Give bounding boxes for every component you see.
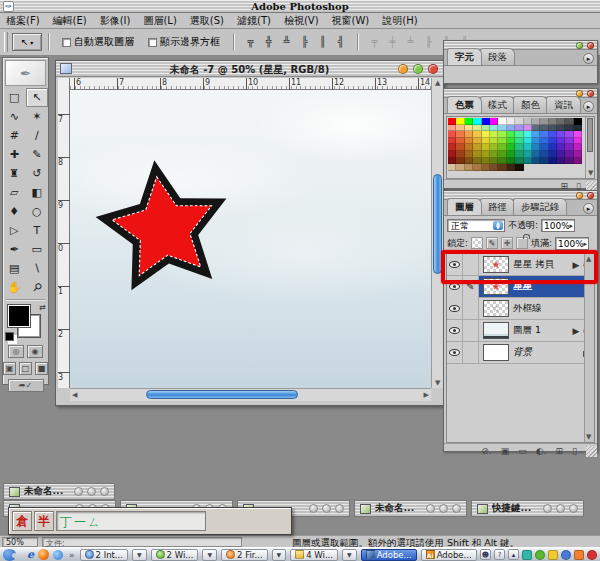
- layer-mask-icon[interactable]: ▣: [501, 446, 510, 456]
- color-swatch[interactable]: [565, 151, 573, 158]
- tab-paragraph[interactable]: 段落: [480, 48, 515, 65]
- panel-menu-icon[interactable]: ▸: [583, 53, 594, 64]
- fill-field[interactable]: 100%▸: [555, 237, 589, 250]
- taskbar-button-ps[interactable]: Adobe...: [361, 549, 417, 561]
- color-swatch[interactable]: [565, 138, 573, 145]
- default-colors-icon[interactable]: [5, 332, 14, 341]
- color-swatch[interactable]: [490, 158, 498, 165]
- color-swatch[interactable]: [507, 158, 515, 165]
- link-cell[interactable]: [463, 320, 479, 342]
- type-tool[interactable]: T: [26, 221, 49, 240]
- color-swatch[interactable]: [565, 144, 573, 151]
- align-icon-0[interactable]: ╦: [244, 35, 257, 49]
- color-swatch[interactable]: [456, 151, 464, 158]
- color-swatch[interactable]: [448, 131, 456, 138]
- resize-grip[interactable]: [586, 446, 597, 457]
- window-button[interactable]: [556, 504, 565, 513]
- taskbar-button-ai[interactable]: AiAdobe...: [421, 549, 477, 561]
- color-swatch[interactable]: [456, 158, 464, 165]
- color-swatch[interactable]: [482, 118, 490, 125]
- document-titlebar[interactable]: 未命名 -7 @ 50% (星星, RGB/8): [56, 61, 443, 77]
- color-swatch[interactable]: [515, 158, 523, 165]
- tray-icon-5[interactable]: [587, 550, 597, 560]
- layer-group-icon[interactable]: ▭: [518, 446, 527, 456]
- color-swatch[interactable]: [540, 131, 548, 138]
- color-swatch[interactable]: [456, 131, 464, 138]
- brush-tool[interactable]: ✎: [26, 145, 49, 164]
- visibility-toggle[interactable]: [447, 320, 463, 342]
- color-swatch[interactable]: [498, 125, 506, 132]
- color-swatch[interactable]: [465, 118, 473, 125]
- color-swatch[interactable]: [465, 125, 473, 132]
- color-swatch[interactable]: [456, 138, 464, 145]
- internet-explorer-icon[interactable]: e: [27, 550, 34, 560]
- minimized-window[interactable]: 未命名...: [3, 483, 115, 500]
- color-swatch[interactable]: [482, 164, 490, 171]
- close-button[interactable]: [587, 42, 594, 49]
- window-button[interactable]: [100, 487, 109, 496]
- color-swatch[interactable]: [524, 118, 532, 125]
- jump-to-imageready-button[interactable]: ➦✓: [8, 379, 44, 392]
- color-swatch[interactable]: [549, 151, 557, 158]
- color-swatch[interactable]: [557, 144, 565, 151]
- close-button[interactable]: [587, 192, 594, 199]
- align-icon-4[interactable]: ║: [316, 35, 329, 49]
- color-swatch[interactable]: [532, 144, 540, 151]
- window-button[interactable]: [74, 487, 83, 496]
- color-swatch[interactable]: [507, 131, 515, 138]
- color-swatch[interactable]: [507, 125, 515, 132]
- color-swatch[interactable]: [549, 138, 557, 145]
- taskbar-group-caret[interactable]: ▼: [272, 549, 287, 561]
- color-swatch[interactable]: [540, 118, 548, 125]
- color-swatch[interactable]: [532, 131, 540, 138]
- scroll-down-icon[interactable]: ▼: [435, 379, 440, 387]
- tab-layers[interactable]: 圖層: [447, 198, 482, 215]
- collapse-button[interactable]: [576, 192, 583, 199]
- color-swatch[interactable]: [465, 151, 473, 158]
- menu-item-3[interactable]: 圖層(L): [143, 14, 176, 28]
- color-swatch[interactable]: [549, 144, 557, 151]
- layer-name[interactable]: 外框線: [513, 302, 594, 315]
- minimized-window[interactable]: 未命名...: [354, 500, 467, 517]
- user-icon[interactable]: ☻: [480, 549, 491, 560]
- color-swatch[interactable]: [473, 144, 481, 151]
- stepper-icon[interactable]: ▲▼: [493, 221, 503, 230]
- color-swatch[interactable]: [515, 164, 523, 171]
- collapse-button[interactable]: [576, 42, 583, 49]
- tab-character[interactable]: 字元: [447, 48, 482, 65]
- rectangular-marquee-tool[interactable]: □: [3, 88, 26, 107]
- color-swatch[interactable]: [532, 138, 540, 145]
- checkbox-icon[interactable]: [148, 38, 157, 47]
- color-swatch[interactable]: [490, 144, 498, 151]
- auto-select-layer-checkbox[interactable]: 自動選取圖層: [62, 35, 134, 49]
- tray-icon-0[interactable]: [522, 550, 532, 560]
- color-swatch[interactable]: [465, 164, 473, 171]
- menu-item-0[interactable]: 檔案(F): [6, 14, 40, 28]
- color-swatch[interactable]: [557, 151, 565, 158]
- standard-screen-button[interactable]: ▣: [3, 362, 16, 375]
- tray-icon-4[interactable]: [574, 550, 584, 560]
- color-swatch[interactable]: [448, 144, 456, 151]
- color-swatch[interactable]: [490, 131, 498, 138]
- color-swatch[interactable]: [465, 144, 473, 151]
- tray-expand-icon[interactable]: ▴: [508, 549, 519, 560]
- color-swatch[interactable]: [490, 125, 498, 132]
- gradient-tool[interactable]: ◧: [26, 183, 49, 202]
- scroll-left-icon[interactable]: ◀: [72, 391, 77, 399]
- layer-row-outline[interactable]: ☆ 外框線: [447, 298, 594, 320]
- eraser-tool[interactable]: ▱: [3, 183, 26, 202]
- horizontal-scroll-thumb[interactable]: [146, 390, 298, 399]
- foreground-color-swatch[interactable]: [8, 305, 30, 327]
- lock-image-icon[interactable]: ✎: [486, 237, 498, 249]
- start-apple-icon[interactable]: [3, 549, 16, 561]
- move-tool[interactable]: ↖: [26, 88, 49, 107]
- color-swatch[interactable]: [490, 164, 498, 171]
- zoom-level-field[interactable]: 50%: [2, 537, 38, 547]
- crop-tool[interactable]: #: [3, 126, 26, 145]
- photoshop-feather-logo[interactable]: ✒: [5, 60, 46, 86]
- window-button[interactable]: [426, 504, 435, 513]
- clone-stamp-tool[interactable]: ♜: [3, 164, 26, 183]
- minimize-button[interactable]: [398, 64, 408, 74]
- messenger-icon[interactable]: [53, 550, 63, 560]
- color-swatch[interactable]: [574, 125, 582, 132]
